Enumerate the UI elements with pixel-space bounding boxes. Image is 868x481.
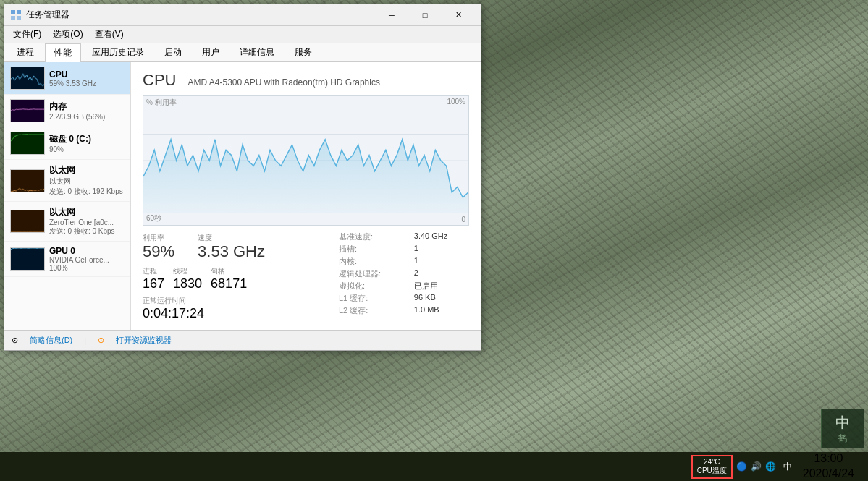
threads-stat: 线程 1830: [173, 266, 202, 291]
right-stats-grid: 基准速度: 3.40 GHz 插槽: 1 内核: 1 逻辑处理器: 2 虚拟化:…: [339, 231, 469, 316]
logical-label: 逻辑处理器:: [339, 268, 403, 279]
tab-details[interactable]: 详细信息: [230, 43, 284, 61]
cpu-chart-svg: [143, 108, 468, 213]
sidebar-item-ethernet1[interactable]: 以太网 以太网 发送: 0 接收: 192 Kbps: [4, 160, 130, 202]
cpu-label: CPU: [49, 69, 96, 80]
menu-options[interactable]: 选项(O): [47, 26, 88, 43]
tab-users[interactable]: 用户: [193, 43, 229, 61]
svg-rect-2: [11, 16, 15, 20]
cores-label: 内核:: [339, 256, 403, 267]
ethernet1-mini-graph: [10, 169, 45, 192]
processes-stat: 进程 167: [143, 266, 164, 291]
sidebar-item-cpu[interactable]: CPU 59% 3.53 GHz: [4, 62, 130, 95]
task-manager-window: 任务管理器 ─ □ ✕ 文件(F) 选项(O) 查看(V) 进程 性能 应用历史…: [4, 4, 481, 351]
memory-stats: 2.2/3.9 GB (56%): [49, 113, 105, 121]
ethernet1-sub1: 以太网: [49, 176, 123, 187]
cores-value: 1: [414, 256, 469, 267]
ethernet1-sub2: 发送: 0 接收: 192 Kbps: [49, 187, 123, 197]
speed-stat: 速度 3.53 GHz: [198, 231, 274, 262]
logical-value: 2: [414, 268, 469, 279]
sockets-value: 1: [414, 244, 469, 255]
l1-value: 96 KB: [414, 293, 469, 304]
speed-value: 3.53 GHz: [198, 243, 265, 260]
svg-rect-1: [17, 10, 21, 14]
chart-y-max: 100%: [447, 98, 465, 106]
tray-icons: 🔵 🔊 🌐: [736, 461, 777, 472]
collapse-icon: ⊙: [12, 336, 18, 345]
sidebar-item-memory[interactable]: 内存 2.2/3.9 GB (56%): [4, 95, 130, 127]
system-tray: 24°C CPU温度 🔵 🔊 🌐 中 13:00 2020/4/24: [686, 451, 864, 481]
gpu-mini-graph: [10, 247, 45, 271]
panel-subtitle: AMD A4-5300 APU with Radeon(tm) HD Graph…: [187, 77, 379, 88]
chinese-widget: 中 鹤: [821, 409, 864, 448]
memory-info: 内存 2.2/3.9 GB (56%): [49, 101, 105, 121]
chinese-char2: 鹤: [838, 433, 847, 445]
l2-value: 1.0 MB: [414, 305, 469, 316]
utilization-value: 59%: [143, 243, 174, 260]
cpu-chart: % 利用率 100% 60秒 0: [143, 95, 469, 226]
threads-label: 线程: [173, 266, 202, 276]
tab-performance[interactable]: 性能: [45, 43, 81, 62]
threads-value: 1830: [173, 276, 202, 291]
chinese-char: 中: [835, 413, 850, 433]
utilization-label: 利用率: [143, 233, 174, 243]
uptime-stat: 正常运行时间 0:04:17:24: [143, 296, 324, 321]
disk-info: 磁盘 0 (C:) 90%: [49, 133, 91, 153]
monitor-icon: ⊙: [98, 336, 104, 345]
bottom-bar: ⊙ 简略信息(D) | ⊙ 打开资源监视器: [4, 330, 481, 350]
utilization-stat: 利用率 59%: [143, 231, 183, 262]
memory-mini-graph: [10, 99, 45, 122]
sidebar-item-ethernet2[interactable]: 以太网 ZeroTier One [a0c... 发送: 0 接收: 0 Kbp…: [4, 202, 130, 242]
gpu-info: GPU 0 NVIDIA GeForce... 100%: [49, 246, 109, 272]
disk-mini-graph: [10, 132, 45, 155]
open-monitor-link[interactable]: 打开资源监视器: [116, 335, 172, 346]
ethernet2-mini-graph: [10, 210, 45, 233]
handles-stat: 句柄 68171: [211, 266, 247, 291]
chart-x-end: 0: [461, 216, 465, 224]
cpu-mini-graph: [10, 67, 45, 90]
base-speed-value: 3.40 GHz: [414, 231, 469, 242]
tab-processes[interactable]: 进程: [7, 43, 43, 61]
window-icon: [10, 9, 22, 21]
sidebar-item-disk[interactable]: 磁盘 0 (C:) 90%: [4, 127, 130, 160]
tab-app-history[interactable]: 应用历史记录: [83, 43, 153, 61]
l1-label: L1 缓存:: [339, 293, 403, 304]
virt-value: 已启用: [414, 281, 469, 291]
l2-label: L2 缓存:: [339, 305, 403, 316]
uptime-label: 正常运行时间: [143, 296, 324, 306]
left-stats: 利用率 59% 速度 3.53 GHz 进程 167: [143, 231, 324, 321]
menu-file[interactable]: 文件(F): [7, 26, 47, 43]
stats-section: 利用率 59% 速度 3.53 GHz 进程 167: [143, 231, 469, 321]
menu-view[interactable]: 查看(V): [89, 26, 130, 43]
cpu-temp-display: 24°C CPU温度: [691, 455, 733, 479]
speed-label: 速度: [198, 233, 265, 243]
tray-icon-2: 🔊: [751, 461, 762, 472]
tray-icon-network: 🌐: [765, 461, 777, 472]
disk-stats: 90%: [49, 145, 91, 153]
sidebar-item-gpu[interactable]: GPU 0 NVIDIA GeForce... 100%: [4, 242, 130, 277]
cpu-info: CPU 59% 3.53 GHz: [49, 69, 96, 88]
panel-title: CPU: [143, 71, 176, 90]
disk-label: 磁盘 0 (C:): [49, 133, 91, 145]
svg-rect-3: [17, 16, 21, 20]
ethernet1-info: 以太网 以太网 发送: 0 接收: 192 Kbps: [49, 164, 123, 197]
handles-value: 68171: [211, 276, 247, 291]
collapse-link[interactable]: 简略信息(D): [30, 335, 72, 346]
gpu-sub1: NVIDIA GeForce...: [49, 256, 109, 264]
memory-label: 内存: [49, 101, 105, 113]
secondary-stats: 进程 167 线程 1830 句柄 68171: [143, 266, 324, 291]
clock-date: 2020/4/24: [803, 467, 854, 481]
tab-bar: 进程 性能 应用历史记录 启动 用户 详细信息 服务: [4, 43, 481, 62]
minimize-button[interactable]: ─: [375, 4, 408, 26]
window-controls: ─ □ ✕: [375, 4, 475, 26]
chart-x-start: 60秒: [146, 213, 161, 224]
sockets-label: 插槽:: [339, 244, 403, 255]
maximize-button[interactable]: □: [408, 4, 442, 26]
ethernet2-sub1: ZeroTier One [a0c...: [49, 218, 115, 226]
tab-services[interactable]: 服务: [285, 43, 321, 61]
ethernet2-label: 以太网: [49, 206, 115, 218]
ethernet2-info: 以太网 ZeroTier One [a0c... 发送: 0 接收: 0 Kbp…: [49, 206, 115, 237]
tab-startup[interactable]: 启动: [155, 43, 191, 61]
base-speed-label: 基准速度:: [339, 231, 403, 242]
close-button[interactable]: ✕: [442, 4, 475, 26]
